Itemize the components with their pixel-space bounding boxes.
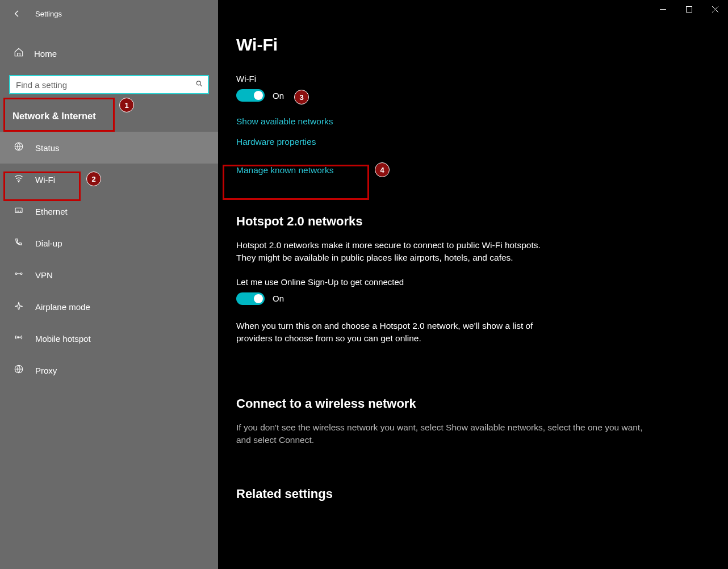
- search-icon: [195, 80, 203, 90]
- wifi-section-label: Wi-Fi: [236, 74, 655, 83]
- sidebar: Settings Home Network & Internet Status …: [0, 0, 218, 569]
- wifi-toggle[interactable]: [236, 89, 265, 102]
- hotspot-signup-desc: When you turn this on and choose a Hotsp…: [236, 320, 543, 345]
- vpn-icon: [12, 269, 25, 281]
- minimize-button[interactable]: [650, 0, 676, 18]
- svg-point-0: [196, 81, 200, 85]
- hotspot-toggle-state: On: [273, 294, 284, 303]
- ethernet-icon: [12, 205, 25, 217]
- nav-label: Dial-up: [35, 239, 62, 248]
- svg-point-4: [15, 273, 17, 275]
- nav-item-ethernet[interactable]: Ethernet: [0, 195, 218, 227]
- hotspot-icon: [12, 332, 25, 345]
- nav-label: Proxy: [35, 366, 57, 375]
- link-show-networks[interactable]: Show available networks: [236, 116, 655, 127]
- app-title: Settings: [35, 10, 62, 18]
- connect-desc: If you don't see the wireless network yo…: [236, 421, 655, 447]
- sidebar-header: Settings: [0, 0, 218, 27]
- nav-item-hotspot[interactable]: Mobile hotspot: [0, 323, 218, 354]
- proxy-icon: [12, 364, 25, 376]
- nav-list: Status Wi-Fi Ethernet Dial-up VPN Airpla…: [0, 132, 218, 386]
- hotspot-section-title: Hotspot 2.0 networks: [236, 214, 655, 229]
- nav-item-vpn[interactable]: VPN: [0, 259, 218, 291]
- svg-point-5: [20, 273, 22, 275]
- search-input[interactable]: [9, 75, 209, 94]
- home-label: Home: [34, 49, 57, 58]
- related-section-title: Related settings: [236, 487, 655, 501]
- wifi-toggle-state: On: [273, 91, 284, 101]
- nav-item-airplane[interactable]: Airplane mode: [0, 291, 218, 323]
- nav-label: VPN: [35, 270, 53, 280]
- nav-label: Wi-Fi: [35, 175, 55, 185]
- back-button[interactable]: [9, 6, 25, 22]
- airplane-icon: [12, 300, 25, 313]
- svg-rect-3: [15, 208, 22, 212]
- category-header: Network & Internet: [0, 100, 218, 132]
- globe-icon: [12, 141, 25, 154]
- nav-label: Mobile hotspot: [35, 334, 91, 344]
- nav-label: Status: [35, 143, 60, 153]
- nav-item-status[interactable]: Status: [0, 132, 218, 164]
- nav-label: Ethernet: [35, 207, 68, 216]
- content-pane: Wi-Fi Wi-Fi On Show available networks H…: [218, 0, 728, 569]
- wifi-toggle-row: On: [236, 89, 655, 102]
- close-button[interactable]: [702, 0, 728, 18]
- connect-section-title: Connect to a wireless network: [236, 396, 655, 411]
- link-hardware-properties[interactable]: Hardware properties: [236, 137, 655, 147]
- home-nav[interactable]: Home: [0, 40, 218, 67]
- hotspot-desc: Hotspot 2.0 networks make it more secure…: [236, 239, 543, 265]
- hotspot-toggle[interactable]: [236, 292, 265, 305]
- page-title: Wi-Fi: [236, 35, 655, 55]
- maximize-button[interactable]: [676, 0, 702, 18]
- nav-item-dialup[interactable]: Dial-up: [0, 227, 218, 259]
- svg-point-6: [18, 337, 19, 338]
- phone-icon: [12, 237, 25, 249]
- hotspot-toggle-row: On: [236, 292, 655, 305]
- wifi-icon: [12, 173, 25, 186]
- svg-point-2: [18, 181, 19, 182]
- window-controls: [650, 0, 728, 18]
- nav-label: Airplane mode: [35, 302, 90, 312]
- link-manage-networks[interactable]: Manage known networks: [236, 157, 346, 183]
- search-container: [9, 75, 209, 94]
- nav-item-proxy[interactable]: Proxy: [0, 354, 218, 386]
- nav-item-wifi[interactable]: Wi-Fi: [0, 164, 218, 195]
- home-icon: [12, 47, 25, 60]
- svg-rect-8: [686, 6, 692, 12]
- hotspot-signup-label: Let me use Online Sign-Up to get connect…: [236, 277, 655, 287]
